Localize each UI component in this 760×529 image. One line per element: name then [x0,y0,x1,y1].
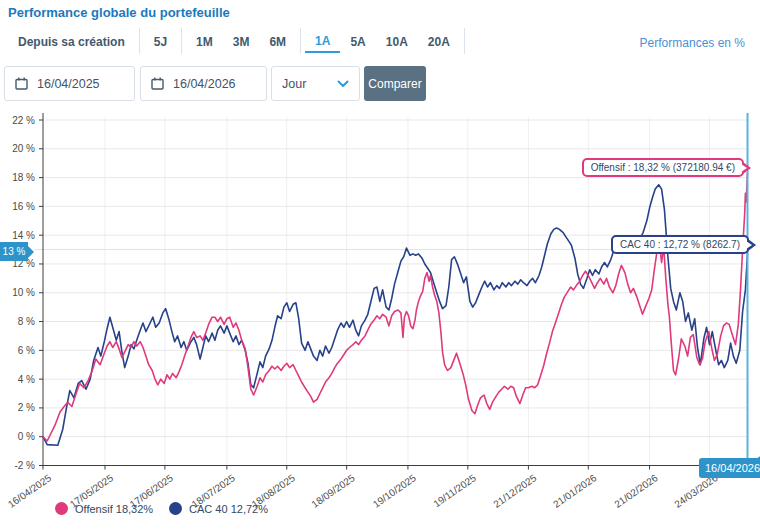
offensif-tooltip: Offensif : 18,32 % (372180.94 €) [582,158,744,177]
svg-text:21/12/2025: 21/12/2025 [491,472,539,510]
legend-item-cac40[interactable]: CAC 40 12,72% [169,502,268,515]
svg-text:18/09/2025: 18/09/2025 [309,472,357,510]
legend-label: CAC 40 12,72% [189,503,268,515]
offensif-series-dot-icon [55,502,68,515]
cac40-series-dot-icon [169,502,182,515]
svg-text:19/11/2025: 19/11/2025 [431,472,478,510]
portfolio-performance-panel: Performance globale du portefeuille Depu… [0,0,760,529]
x-axis-crosshair-date-badge: 16/04/2026 [699,458,760,478]
svg-text:18 %: 18 % [12,172,35,183]
svg-text:4 %: 4 % [18,374,35,385]
cac40-tooltip: CAC 40 : 12,72 % (8262.7) [611,235,749,254]
svg-text:8 %: 8 % [18,316,35,327]
svg-text:6 %: 6 % [18,345,35,356]
legend-label: Offensif 18,32% [75,503,153,515]
svg-text:19/10/2025: 19/10/2025 [371,472,419,510]
svg-text:10 %: 10 % [12,287,35,298]
svg-text:2 %: 2 % [18,402,35,413]
svg-text:16 %: 16 % [12,201,35,212]
svg-text:16/04/2025: 16/04/2025 [6,472,54,510]
svg-text:21/02/2026: 21/02/2026 [612,472,660,510]
y-axis-current-value-badge: 13 % [0,242,28,261]
svg-text:0 %: 0 % [18,431,35,442]
svg-text:20 %: 20 % [12,143,35,154]
legend-item-offensif[interactable]: Offensif 18,32% [55,502,153,515]
svg-text:-2 %: -2 % [14,460,35,471]
chart-legend: Offensif 18,32% CAC 40 12,72% [55,502,268,515]
svg-text:14 %: 14 % [12,230,35,241]
svg-text:22 %: 22 % [12,115,35,126]
performance-chart[interactable]: 22 %20 %18 %16 %14 %12 %10 %8 %6 %4 %2 %… [0,0,760,529]
svg-text:21/01/2026: 21/01/2026 [551,472,599,510]
